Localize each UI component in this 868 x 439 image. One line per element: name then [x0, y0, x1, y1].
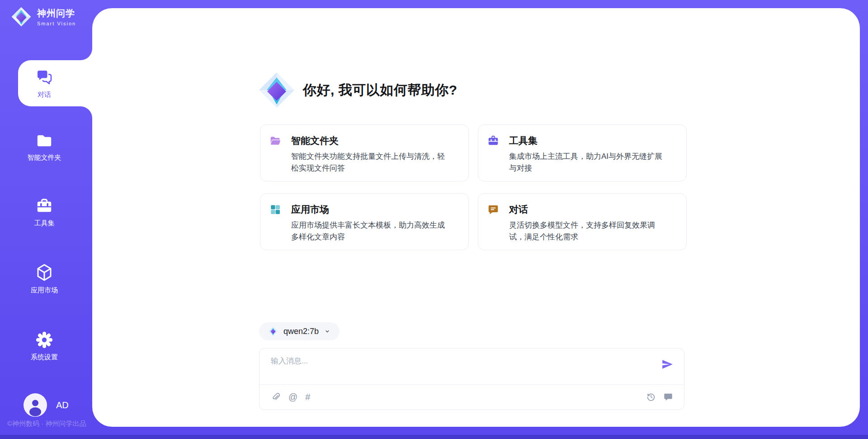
sidebar-item-toolbox[interactable]: 工具集 — [0, 198, 89, 228]
sidebar-item-label: 工具集 — [34, 219, 55, 228]
model-name: qwen2:7b — [283, 327, 319, 336]
cube-icon — [35, 263, 53, 282]
sidebar-item-chat[interactable]: 对话 — [18, 48, 92, 119]
sidebar-item-label: 系统设置 — [31, 353, 58, 362]
toolbox-icon — [36, 198, 53, 215]
folder-icon — [36, 132, 53, 149]
greeting-diamond-icon — [258, 71, 296, 109]
card-title: 工具集 — [509, 134, 538, 147]
sidebar-item-label: 应用市场 — [31, 286, 58, 295]
feature-card-chat[interactable]: 对话 灵活切换多模型文件，支持多样回复效果调试，满足个性化需求 — [478, 193, 687, 250]
avatar — [24, 393, 47, 417]
sidebar-item-label: 对话 — [38, 91, 51, 99]
card-description: 灵活切换多模型文件，支持多样回复效果调试，满足个性化需求 — [509, 220, 668, 243]
bottom-edge-strip — [0, 435, 868, 439]
sidebar-item-settings[interactable]: 系统设置 — [0, 331, 89, 362]
attachment-icon[interactable] — [271, 392, 281, 402]
feature-card-smart-folder[interactable]: 智能文件夹 智能文件夹功能支持批量文件上传与清洗，轻松实现文件问答 — [260, 124, 469, 181]
chat-square-icon — [487, 204, 499, 215]
brand-logo-block: 神州问学 Smart Vision — [11, 6, 76, 27]
grid-icon — [269, 204, 281, 215]
model-diamond-icon — [268, 326, 278, 336]
feature-card-toolbox[interactable]: 工具集 集成市场上主流工具，助力AI与外界无缝扩展与对接 — [478, 124, 687, 181]
card-title: 应用市场 — [291, 203, 329, 216]
send-icon[interactable] — [661, 358, 673, 370]
sidebar-item-label: 智能文件夹 — [28, 153, 61, 162]
sidebar-item-smart-folder[interactable]: 智能文件夹 — [0, 132, 89, 162]
brand-subtitle: Smart Vision — [37, 21, 76, 26]
chat-bubbles-icon — [35, 68, 53, 86]
mention-icon[interactable]: @ — [288, 392, 297, 402]
sidebar-item-app-market[interactable]: 应用市场 — [0, 263, 89, 295]
composer-divider — [259, 384, 684, 385]
gear-icon — [35, 331, 53, 349]
sidebar-footer-credit: ©神州数码 · 神州问学出品 — [7, 420, 102, 428]
history-icon[interactable] — [646, 392, 656, 402]
greeting-block: 你好, 我可以如何帮助你? — [258, 71, 458, 109]
user-account[interactable]: AD — [24, 393, 69, 417]
card-description: 集成市场上主流工具，助力AI与外界无缝扩展与对接 — [509, 151, 668, 174]
message-input[interactable] — [271, 352, 642, 370]
chevron-down-icon — [324, 328, 330, 334]
card-description: 智能文件夹功能支持批量文件上传与清洗，轻松实现文件问答 — [291, 151, 450, 174]
greeting-title: 你好, 我可以如何帮助你? — [303, 81, 458, 100]
hashtag-icon[interactable]: # — [305, 392, 310, 402]
card-description: 应用市场提供丰富长文本模板，助力高效生成多样化文章内容 — [291, 220, 450, 243]
model-selector[interactable]: qwen2:7b — [259, 322, 340, 340]
card-title: 对话 — [509, 203, 528, 216]
briefcase-icon — [487, 135, 499, 147]
feature-card-app-market[interactable]: 应用市场 应用市场提供丰富长文本模板，助力高效生成多样化文章内容 — [260, 193, 469, 250]
user-name: AD — [56, 400, 69, 410]
conversation-icon[interactable] — [663, 392, 673, 402]
brand-name: 神州问学 — [37, 7, 76, 19]
message-composer: @ # — [259, 348, 684, 410]
card-title: 智能文件夹 — [291, 134, 339, 147]
brand-diamond-icon — [11, 6, 32, 27]
folder-open-icon — [269, 135, 281, 147]
